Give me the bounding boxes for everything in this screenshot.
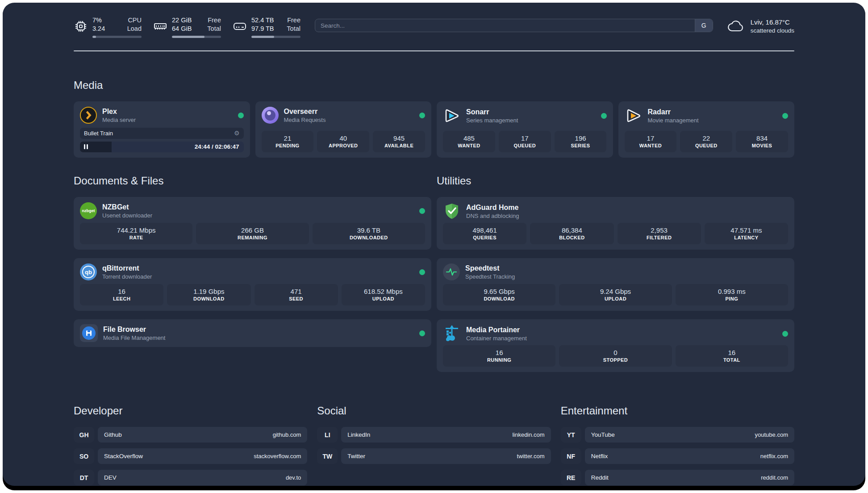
status-dot	[782, 113, 788, 119]
memory-free-label: Free	[204, 16, 221, 25]
stat-label: REMAINING	[238, 234, 267, 241]
bookmark-twitter[interactable]: TW Twitter twitter.com	[317, 448, 551, 464]
bookmark-stackoverflow[interactable]: SO StackOverflow stackoverflow.com	[74, 448, 307, 464]
stat-value: 17	[521, 134, 529, 142]
stat-value: 39.6 TB	[357, 226, 380, 234]
bookmark-url: github.com	[273, 431, 301, 438]
stat-value: 0	[613, 348, 617, 357]
app-desc: Speedtest Tracking	[465, 273, 515, 280]
status-dot	[419, 269, 425, 275]
stat-seed: 471 SEED	[255, 284, 338, 305]
playback-time: 24:44 / 02:06:47	[195, 143, 244, 150]
stat-value: 2,953	[651, 226, 668, 234]
app-name: Plex	[102, 107, 136, 116]
stat-label: MOVIES	[752, 142, 772, 149]
bookmark-name: LinkedIn	[347, 431, 370, 438]
bookmarks-social: Social LI LinkedIn linkedin.com TW Twitt…	[317, 380, 551, 491]
memory-free-value: 22 GiB	[172, 16, 195, 25]
section-title-media: Media	[74, 79, 794, 92]
dashboard-window: 7% 3.24 CPU Load	[3, 3, 865, 486]
stat-value: 16	[118, 287, 125, 296]
plex-icon	[80, 107, 97, 124]
now-playing-row: Bullet Train ⚙	[80, 128, 244, 139]
stat-value: 485	[463, 134, 475, 142]
stat-value: 40	[339, 134, 347, 142]
bookmark-dev[interactable]: DT DEV dev.to	[74, 470, 307, 485]
search-input[interactable]	[315, 19, 695, 32]
bookmark-name: Github	[104, 431, 122, 438]
bookmark-url: linkedin.com	[512, 431, 544, 438]
stat-upload: 618.52 Mbps UPLOAD	[342, 284, 425, 305]
app-card-plex[interactable]: Plex Media server Bullet Train ⚙ 24:44 /…	[74, 101, 250, 158]
app-name: AdGuard Home	[466, 203, 519, 212]
search-engine-button[interactable]: G	[695, 19, 713, 32]
stat-value: 9.65 Gbps	[484, 287, 515, 296]
stat-value: 22	[702, 134, 710, 142]
pause-button[interactable]	[84, 144, 88, 149]
stat-value: 86,384	[562, 226, 582, 234]
app-name: Radarr	[648, 108, 699, 117]
stat-pending: 21 PENDING	[262, 131, 314, 152]
app-card-adguard[interactable]: AdGuard Home DNS and adblocking 498,461 …	[437, 197, 794, 250]
stat-label: AVAILABLE	[384, 142, 413, 149]
bookmark-name: DEV	[104, 474, 117, 481]
stat-label: SEED	[289, 296, 303, 302]
app-card-overseerr[interactable]: Overseerr Media Requests 21 PENDING 40 A…	[255, 101, 432, 158]
app-card-nzbget[interactable]: nzbget NZBGet Usenet downloader 744.21 M…	[74, 197, 431, 250]
stat-ping: 0.993 ms PING	[676, 284, 788, 305]
stat-value: 618.52 Mbps	[364, 287, 403, 296]
section-title-entertainment: Entertainment	[561, 405, 794, 417]
disk-widget: 52.4 TB 97.9 TB Free Total	[233, 16, 300, 38]
gear-icon[interactable]: ⚙	[234, 130, 240, 136]
stat-label: LATENCY	[734, 234, 758, 241]
bookmark-abbr: RE	[561, 470, 581, 485]
stat-remaining: 266 GB REMAINING	[196, 223, 309, 244]
bookmark-url: twitter.com	[517, 453, 545, 460]
disk-total-label: Total	[284, 25, 300, 33]
stat-downloaded: 39.6 TB DOWNLOADED	[313, 223, 425, 244]
stat-movies: 834 MOVIES	[736, 131, 788, 152]
qbittorrent-icon: qb	[80, 263, 97, 280]
app-card-qbittorrent[interactable]: qb qBittorrent Torrent downloader 16 LEE…	[74, 258, 431, 311]
stat-label: LEECH	[113, 296, 130, 302]
stat-value: 498,461	[473, 226, 497, 234]
bookmark-reddit[interactable]: RE Reddit reddit.com	[561, 470, 794, 485]
stat-label: RATE	[129, 234, 143, 241]
stat-value: 9.24 Gbps	[600, 287, 631, 296]
app-desc: Container management	[466, 334, 527, 342]
stat-value: 744.21 Mbps	[117, 226, 156, 234]
stat-blocked: 86,384 BLOCKED	[530, 223, 613, 244]
stat-label: UPLOAD	[605, 296, 626, 302]
stat-series: 196 SERIES	[555, 131, 607, 152]
weather-location: Lviv, 16.87°C	[751, 18, 794, 27]
cpu-label: CPU	[125, 16, 142, 25]
bookmark-netflix[interactable]: NF Netflix netflix.com	[561, 448, 794, 464]
bookmark-github[interactable]: GH Github github.com	[74, 427, 307, 443]
stat-label: WANTED	[458, 142, 480, 149]
section-title-social: Social	[317, 405, 551, 417]
section-title-utilities: Utilities	[437, 175, 794, 187]
app-card-radarr[interactable]: Radarr Movie management 17 WANTED 22 QUE…	[618, 101, 795, 158]
app-desc: Media File Management	[103, 334, 165, 342]
bookmark-url: stackoverflow.com	[254, 453, 301, 460]
stat-label: SERIES	[571, 142, 590, 149]
disk-usage-bar	[251, 36, 300, 38]
disk-total-value: 97.9 TB	[251, 25, 275, 33]
stat-value: 266 GB	[241, 226, 264, 234]
portainer-icon	[443, 325, 461, 343]
app-card-sonarr[interactable]: Sonarr Series management 485 WANTED 17 Q…	[437, 101, 613, 158]
bookmark-youtube[interactable]: YT YouTube youtube.com	[561, 427, 794, 443]
stat-wanted: 17 WANTED	[625, 131, 677, 152]
stat-queries: 498,461 QUERIES	[443, 223, 526, 244]
stat-value: 17	[647, 134, 655, 142]
app-card-portainer[interactable]: Media Portainer Container management 16 …	[437, 319, 794, 372]
bookmark-linkedin[interactable]: LI LinkedIn linkedin.com	[317, 427, 551, 443]
stat-label: RUNNING	[487, 357, 511, 363]
app-name: qBittorrent	[102, 264, 152, 273]
stat-total: 16 TOTAL	[676, 345, 788, 367]
app-card-speedtest[interactable]: Speedtest Speedtest Tracking 9.65 Gbps D…	[437, 258, 794, 311]
playback-progress-bar[interactable]: 24:44 / 02:06:47	[80, 142, 244, 153]
radarr-icon	[625, 107, 643, 125]
stat-value: 21	[284, 134, 292, 142]
app-card-filebrowser[interactable]: File Browser Media File Management	[74, 319, 431, 347]
